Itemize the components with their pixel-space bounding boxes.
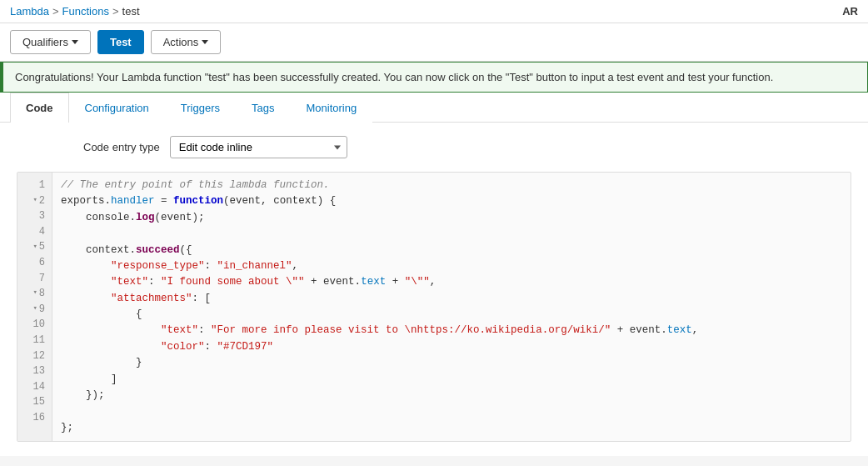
qualifiers-button[interactable]: Qualifiers — [10, 30, 91, 54]
code-entry-select[interactable]: Edit code inline Upload a .ZIP file Uplo… — [170, 136, 347, 158]
line-num-5: ▾5 — [17, 239, 52, 255]
main-content: Code entry type Edit code inline Upload … — [0, 123, 868, 456]
breadcrumb: Lambda > Functions > test — [10, 5, 140, 18]
tab-configuration[interactable]: Configuration — [69, 93, 165, 123]
line-num-15: 15 — [17, 394, 52, 410]
line-numbers: 1 ▾2 3 4 ▾5 6 7 ▾8 ▾9 10 11 12 13 14 15 … — [17, 173, 52, 441]
tab-tags[interactable]: Tags — [236, 93, 290, 123]
code-entry-label: Code entry type — [83, 141, 160, 153]
line-num-7: 7 — [17, 271, 52, 287]
line-num-8: ▾8 — [17, 286, 52, 302]
actions-label: Actions — [163, 36, 199, 48]
line-num-2: ▾2 — [17, 193, 52, 209]
breadcrumb-separator-2: > — [112, 5, 119, 18]
line-num-1: 1 — [17, 178, 52, 193]
code-entry-select-wrapper: Edit code inline Upload a .ZIP file Uplo… — [170, 136, 347, 158]
qualifiers-chevron-icon — [72, 40, 78, 44]
code-entry-row: Code entry type Edit code inline Upload … — [17, 136, 851, 158]
tabs: Code Configuration Triggers Tags Monitor… — [0, 93, 868, 122]
breadcrumb-separator-1: > — [52, 5, 59, 18]
test-label: Test — [110, 36, 132, 48]
test-button[interactable]: Test — [97, 30, 144, 54]
tab-monitoring[interactable]: Monitoring — [291, 93, 373, 123]
breadcrumb-functions-link[interactable]: Functions — [62, 5, 109, 18]
qualifiers-label: Qualifiers — [22, 36, 68, 48]
success-notification: Congratulations! Your Lambda function "t… — [0, 62, 868, 93]
breadcrumb-current: test — [122, 5, 140, 18]
tab-triggers[interactable]: Triggers — [165, 93, 236, 123]
code-content[interactable]: // The entry point of this lambda functi… — [52, 173, 851, 441]
user-initials: AR — [842, 5, 858, 18]
notification-message: Congratulations! Your Lambda function "t… — [15, 71, 773, 83]
actions-button[interactable]: Actions — [151, 30, 222, 54]
tabs-container: Code Configuration Triggers Tags Monitor… — [0, 93, 868, 123]
line-num-14: 14 — [17, 379, 52, 395]
breadcrumb-lambda-link[interactable]: Lambda — [10, 5, 49, 18]
tab-code[interactable]: Code — [10, 93, 69, 123]
line-num-6: 6 — [17, 255, 52, 271]
line-num-9: ▾9 — [17, 302, 52, 318]
line-num-4: 4 — [17, 224, 52, 240]
line-num-3: 3 — [17, 208, 52, 224]
action-bar: Qualifiers Test Actions — [0, 23, 868, 62]
code-editor[interactable]: 1 ▾2 3 4 ▾5 6 7 ▾8 ▾9 10 11 12 13 14 15 … — [17, 172, 851, 442]
line-num-13: 13 — [17, 363, 52, 379]
line-num-16: 16 — [17, 410, 52, 426]
line-num-11: 11 — [17, 333, 52, 348]
actions-chevron-icon — [202, 40, 208, 44]
line-num-10: 10 — [17, 317, 52, 333]
line-num-12: 12 — [17, 348, 52, 364]
